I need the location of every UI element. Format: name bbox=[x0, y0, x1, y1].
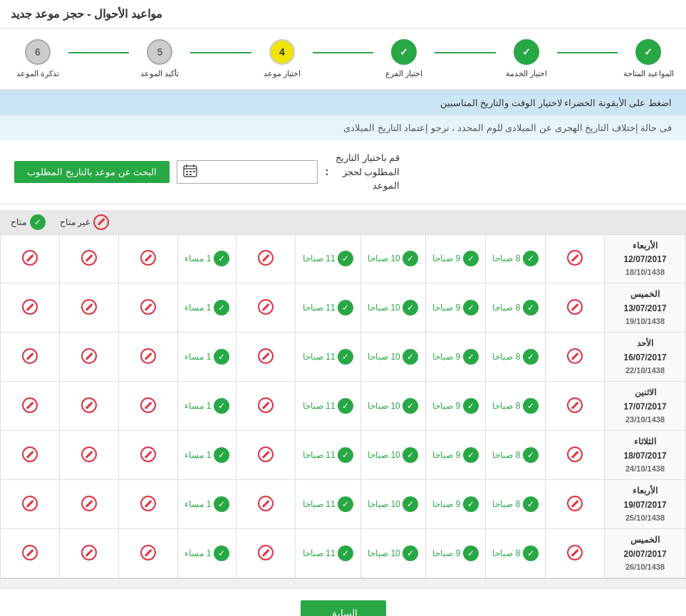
slot-check-icon: ✓ bbox=[214, 300, 229, 315]
available-slot[interactable]: ✓ 10 صباحا bbox=[368, 254, 418, 263]
slot-cell[interactable]: ✓ 9 صباحا bbox=[425, 333, 485, 382]
slot-cell[interactable]: ✓ 9 صباحا bbox=[425, 529, 485, 578]
table-row: الثلاثاء 18/07/2017 24/10/1438 ✓ 8 صباحا… bbox=[1, 431, 686, 480]
slot-cell[interactable]: ✓ 11 صباحا bbox=[296, 382, 360, 431]
page-title: مواعيد الأحوال - حجز موعد جديد bbox=[11, 7, 675, 21]
slot-cell[interactable]: ✓ 9 صباحا bbox=[425, 480, 485, 529]
slot-cell[interactable]: ✓ 1 مساء bbox=[177, 480, 237, 529]
available-slot[interactable]: ✓ 9 صباحا bbox=[432, 499, 478, 509]
available-slot[interactable]: ✓ 9 صباحا bbox=[432, 352, 478, 362]
available-slot[interactable]: ✓ 1 مساء bbox=[185, 303, 229, 313]
unavailable-slot-icon bbox=[22, 496, 38, 511]
slot-cell[interactable]: ✓ 11 صباحا bbox=[296, 333, 360, 382]
available-slot[interactable]: ✓ 11 صباحا bbox=[303, 401, 353, 411]
slot-cell[interactable]: ✓ 10 صباحا bbox=[360, 529, 425, 578]
available-slot[interactable]: ✓ 1 مساء bbox=[185, 254, 229, 263]
unavailable-slot-icon bbox=[81, 545, 97, 560]
slot-cell[interactable]: ✓ 11 صباحا bbox=[296, 234, 360, 283]
available-slot[interactable]: ✓ 8 صباحا bbox=[492, 401, 538, 411]
slot-cell[interactable]: ✓ 9 صباحا bbox=[425, 234, 485, 283]
available-slot[interactable]: ✓ 8 صباحا bbox=[492, 303, 538, 313]
date-input[interactable] bbox=[199, 167, 313, 177]
available-slot[interactable]: ✓ 1 مساء bbox=[185, 499, 229, 509]
available-slot[interactable]: ✓ 10 صباحا bbox=[368, 548, 418, 558]
slot-cell[interactable]: ✓ 9 صباحا bbox=[425, 283, 485, 333]
unavailable-slot-icon bbox=[140, 348, 156, 364]
slot-cell[interactable]: ✓ 10 صباحا bbox=[360, 234, 425, 283]
unavailable-slot-icon bbox=[258, 447, 274, 462]
available-slot[interactable]: ✓ 1 مساء bbox=[185, 548, 229, 558]
slot-cell[interactable]: ✓ 8 صباحا bbox=[485, 283, 545, 333]
slot-cell[interactable]: ✓ 11 صباحا bbox=[296, 529, 360, 578]
available-slot[interactable]: ✓ 11 صباحا bbox=[303, 303, 353, 313]
slot-cell[interactable]: ✓ 11 صباحا bbox=[296, 431, 360, 480]
slot-check-icon: ✓ bbox=[402, 447, 418, 463]
available-slot[interactable]: ✓ 11 صباحا bbox=[303, 254, 353, 263]
slot-cell[interactable]: ✓ 1 مساء bbox=[177, 382, 237, 431]
available-slot[interactable]: ✓ 8 صباحا bbox=[492, 352, 538, 362]
slot-check-icon: ✓ bbox=[402, 496, 418, 512]
slot-check-icon: ✓ bbox=[338, 545, 353, 561]
available-slot[interactable]: ✓ 10 صباحا bbox=[368, 303, 418, 313]
available-slot[interactable]: ✓ 9 صباحا bbox=[432, 401, 478, 411]
slot-cell[interactable]: ✓ 9 صباحا bbox=[425, 382, 485, 431]
slot-cell[interactable]: ✓ 1 مساء bbox=[177, 333, 237, 382]
slot-cell[interactable]: ✓ 8 صباحا bbox=[485, 431, 545, 480]
slot-cell[interactable]: ✓ 8 صباحا bbox=[485, 382, 545, 431]
available-slot[interactable]: ✓ 11 صباحا bbox=[303, 352, 353, 362]
slot-cell[interactable]: ✓ 1 مساء bbox=[177, 529, 237, 578]
available-slot[interactable]: ✓ 9 صباحا bbox=[432, 303, 478, 313]
day-name: الأحد bbox=[610, 337, 680, 350]
slot-cell[interactable]: ✓ 8 صباحا bbox=[485, 234, 545, 283]
step-circle-3: ✓ bbox=[391, 39, 417, 65]
available-slot[interactable]: ✓ 1 مساء bbox=[185, 352, 229, 362]
slot-cell[interactable]: ✓ 8 صباحا bbox=[485, 333, 545, 382]
slot-check-icon: ✓ bbox=[338, 496, 353, 512]
unavailable-slot-icon bbox=[567, 496, 583, 511]
calendar-icon-button[interactable] bbox=[182, 163, 199, 181]
slot-cell bbox=[1, 333, 60, 382]
step-label-6: تذكرة الموعد bbox=[16, 69, 59, 78]
available-slot[interactable]: ✓ 10 صباحا bbox=[368, 401, 418, 411]
available-slot[interactable]: ✓ 8 صباحا bbox=[492, 548, 538, 558]
prev-button[interactable]: السابق bbox=[301, 600, 386, 616]
table-row: الأحد 16/07/2017 22/10/1438 ✓ 8 صباحا ✓ … bbox=[1, 333, 686, 382]
slot-cell[interactable]: ✓ 9 صباحا bbox=[425, 431, 485, 480]
slot-cell[interactable]: ✓ 11 صباحا bbox=[296, 283, 360, 333]
table-row: الخميس 20/07/2017 26/10/1438 ✓ 8 صباحا ✓… bbox=[1, 529, 686, 578]
scrollbar-area[interactable] bbox=[0, 578, 686, 590]
slot-cell bbox=[237, 283, 296, 333]
available-slot[interactable]: ✓ 9 صباحا bbox=[432, 450, 478, 460]
step-circle-2: ✓ bbox=[514, 39, 539, 65]
available-slot[interactable]: ✓ 8 صباحا bbox=[492, 450, 538, 460]
available-slot[interactable]: ✓ 9 صباحا bbox=[432, 254, 478, 263]
available-slot[interactable]: ✓ 10 صباحا bbox=[368, 450, 418, 460]
available-slot[interactable]: ✓ 1 مساء bbox=[185, 401, 229, 411]
slot-cell[interactable]: ✓ 10 صباحا bbox=[360, 480, 425, 529]
search-date-button[interactable]: البحث عن موعد بالتاريخ المطلوب bbox=[14, 161, 170, 183]
slot-check-icon: ✓ bbox=[523, 496, 539, 512]
available-slot[interactable]: ✓ 8 صباحا bbox=[492, 499, 538, 509]
step-circle-4: 4 bbox=[269, 39, 295, 65]
unavailable-slot-icon bbox=[22, 545, 38, 560]
slot-cell[interactable]: ✓ 8 صباحا bbox=[485, 480, 545, 529]
slot-cell[interactable]: ✓ 11 صباحا bbox=[296, 480, 360, 529]
slot-cell[interactable]: ✓ 1 مساء bbox=[177, 431, 237, 480]
available-slot[interactable]: ✓ 8 صباحا bbox=[492, 254, 538, 263]
slot-cell[interactable]: ✓ 8 صباحا bbox=[485, 529, 545, 578]
available-slot[interactable]: ✓ 11 صباحا bbox=[303, 499, 353, 509]
day-name: الخميس bbox=[610, 533, 680, 547]
slot-cell[interactable]: ✓ 1 مساء bbox=[177, 283, 237, 333]
available-slot[interactable]: ✓ 9 صباحا bbox=[432, 548, 478, 558]
slot-cell[interactable]: ✓ 10 صباحا bbox=[360, 431, 425, 480]
slot-cell[interactable]: ✓ 10 صباحا bbox=[360, 382, 425, 431]
slot-cell[interactable]: ✓ 1 مساء bbox=[177, 234, 237, 283]
available-slot[interactable]: ✓ 11 صباحا bbox=[303, 548, 353, 558]
available-slot[interactable]: ✓ 10 صباحا bbox=[368, 352, 418, 362]
slot-cell[interactable]: ✓ 10 صباحا bbox=[360, 333, 425, 382]
available-slot[interactable]: ✓ 1 مساء bbox=[185, 450, 229, 460]
available-slot[interactable]: ✓ 11 صباحا bbox=[303, 450, 353, 460]
available-slot[interactable]: ✓ 10 صباحا bbox=[368, 499, 418, 509]
slot-cell[interactable]: ✓ 10 صباحا bbox=[360, 283, 425, 333]
svg-rect-5 bbox=[189, 171, 192, 172]
